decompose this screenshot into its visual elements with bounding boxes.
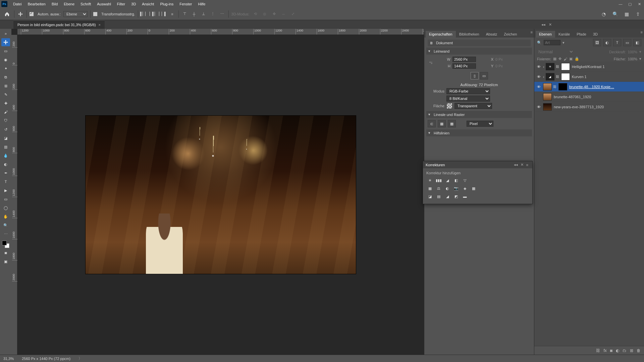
lock-pixels-icon[interactable]: ▦ (553, 57, 556, 61)
panel-menu-icon[interactable]: ≡ (531, 30, 533, 34)
brush-tool[interactable]: 🖌 (1, 108, 10, 116)
layer-row[interactable]: 👁 new-years-eve-3897713_1920 (534, 102, 644, 112)
new-group-icon[interactable]: 🗀 (623, 348, 627, 353)
align-top-icon[interactable]: ⊤ (181, 11, 188, 17)
cloud-docs-icon[interactable]: ◔ (600, 11, 607, 17)
search-icon[interactable]: 🔍 (612, 11, 619, 17)
lock-all-icon[interactable]: 🔒 (575, 57, 579, 61)
add-mask-icon[interactable]: ◙ (610, 348, 612, 353)
brightness-contrast-icon[interactable]: ☀ (426, 177, 434, 184)
screenmode-toggle[interactable]: ▣ (1, 257, 10, 265)
fill-dropdown[interactable]: Transparent (454, 103, 492, 109)
document-tab-close-icon[interactable]: × (99, 23, 101, 27)
tab-pfade[interactable]: Pfade (573, 31, 590, 38)
ruler-unit-dropdown[interactable]: Pixel (467, 121, 493, 127)
bit-depth-dropdown[interactable]: 8 Bit/Kanal (446, 96, 490, 102)
panel-close-icon[interactable]: ✕ (549, 22, 552, 27)
layer-name[interactable]: brunette-487061_1920 (553, 95, 643, 99)
menu-schrift[interactable]: Schrift (77, 0, 94, 8)
layer-thumb[interactable] (543, 93, 552, 101)
workspace-icon[interactable]: ▦ (623, 11, 630, 17)
gradient-map-icon[interactable]: ▬ (461, 193, 469, 200)
exposure-icon[interactable]: ◧ (452, 177, 460, 184)
layer-mask-thumb[interactable] (558, 83, 567, 90)
orientation-landscape-button[interactable]: ▭ (480, 72, 488, 79)
adjustment-thumb[interactable]: ◢ (546, 73, 554, 80)
canvas-width-field[interactable] (452, 57, 476, 62)
visibility-toggle[interactable]: 👁 (536, 65, 542, 69)
new-adjustment-icon[interactable]: ◐ (616, 348, 619, 353)
blur-tool[interactable]: 💧 (1, 152, 10, 160)
color-swatches[interactable] (2, 241, 9, 248)
mask-link-icon[interactable]: ⛓ (556, 75, 560, 78)
layer-fx-icon[interactable]: fx (603, 348, 606, 353)
mask-link-icon[interactable]: ⛓ (553, 85, 557, 88)
window-close-button[interactable]: ✕ (635, 2, 644, 6)
document-tab[interactable]: Person in bild einfügen.psdc bei 31,3% (… (13, 20, 105, 29)
menu-bearbeiten[interactable]: Bearbeiten (25, 0, 49, 8)
gradient-tool[interactable]: ▥ (1, 143, 10, 151)
curves-icon[interactable]: ◢ (444, 177, 451, 184)
menu-datei[interactable]: Datei (10, 0, 25, 8)
delete-layer-icon[interactable]: 🗑 (637, 348, 641, 353)
crop-tool[interactable]: ⧉ (1, 73, 10, 81)
layers-panel-menu-icon[interactable]: ≡ (641, 30, 643, 34)
layer-mask-thumb[interactable] (561, 73, 570, 80)
threshold-icon[interactable]: ◢ (444, 193, 451, 200)
zoom-tool[interactable]: 🔍 (1, 221, 10, 229)
edit-toolbar-icon[interactable]: ⋯ (1, 230, 10, 238)
blend-mode-dropdown[interactable]: Normal (537, 49, 574, 55)
window-maximize-button[interactable]: ▢ (625, 2, 635, 6)
transform-controls-checkbox[interactable] (93, 12, 97, 16)
quickmask-toggle[interactable]: ◙ (1, 249, 10, 257)
visibility-toggle[interactable]: 👁 (536, 75, 542, 79)
visibility-toggle[interactable] (536, 94, 542, 99)
ruler-toggle-button[interactable]: ⊏ (428, 120, 436, 127)
filter-pixel-icon[interactable]: 🖼 (593, 39, 601, 46)
menu-plugins[interactable]: Plug-ins (157, 0, 176, 8)
panel-collapse-icon[interactable]: ◂◂ (541, 22, 545, 27)
invert-icon[interactable]: ◪ (426, 193, 434, 200)
history-brush-tool[interactable]: ↺ (1, 125, 10, 133)
menu-fenster[interactable]: Fenster (176, 0, 195, 8)
rectangle-tool[interactable]: ▭ (1, 195, 10, 203)
stamp-tool[interactable]: ⛉ (1, 117, 10, 125)
hand-tool[interactable]: ✋ (1, 213, 10, 221)
fill-swatch[interactable] (446, 103, 452, 109)
layer-filter-input[interactable] (544, 40, 560, 45)
menu-ansicht[interactable]: Ansicht (139, 0, 157, 8)
menu-bild[interactable]: Bild (49, 0, 61, 8)
lock-position-icon[interactable]: ✥ (558, 57, 561, 61)
layer-row[interactable]: 👁 › ☀ ⛓ Helligkeit/Kontrast 1 (534, 62, 644, 72)
pen-tool[interactable]: ✒ (1, 169, 10, 177)
mask-link-icon[interactable]: ⛓ (556, 65, 560, 68)
black-white-icon[interactable]: ◐ (444, 185, 451, 192)
tab-ebenen[interactable]: Ebenen (536, 31, 555, 38)
color-lookup-icon[interactable]: ▩ (470, 185, 477, 192)
layer-row[interactable]: 👁 › ◢ ⛓ Kurven 1 (534, 72, 644, 82)
layer-row[interactable]: brunette-487061_1920 (534, 92, 644, 102)
zoom-percent[interactable]: 31,3% (3, 357, 14, 361)
more-align-icon[interactable]: ⋯ (219, 11, 226, 17)
tab-3d[interactable]: 3D (590, 31, 601, 38)
color-balance-icon[interactable]: ⚖ (435, 185, 442, 192)
link-wh-icon[interactable]: ⥃ (428, 61, 434, 65)
lock-artboard-icon[interactable]: ▣ (569, 57, 573, 61)
home-button[interactable] (3, 10, 11, 18)
selective-color-icon[interactable]: ◩ (452, 193, 460, 200)
menu-filter[interactable]: Filter (114, 0, 128, 8)
posterize-icon[interactable]: ▤ (435, 193, 442, 200)
tab-kanaele[interactable]: Kanäle (555, 31, 573, 38)
hue-saturation-icon[interactable]: ▦ (426, 185, 434, 192)
menu-3d[interactable]: 3D (128, 0, 139, 8)
pixelgrid-toggle-button[interactable]: ▩ (448, 120, 456, 127)
filter-shape-icon[interactable]: ▭ (623, 39, 631, 46)
section-leinwand[interactable]: Leinwand (426, 48, 532, 55)
align-left-icon[interactable]: ▌▏▏ (141, 11, 148, 17)
marquee-tool[interactable]: ▭ (1, 47, 10, 55)
layer-name[interactable]: brunette-48…1920 Kopie… (569, 85, 643, 89)
panel-collapse-icon[interactable]: ◂◂ (513, 163, 519, 167)
section-hilfslinien[interactable]: Hilfslinien (426, 129, 532, 136)
levels-icon[interactable]: ▮▮▮ (435, 177, 442, 184)
visibility-toggle[interactable]: 👁 (536, 85, 542, 89)
